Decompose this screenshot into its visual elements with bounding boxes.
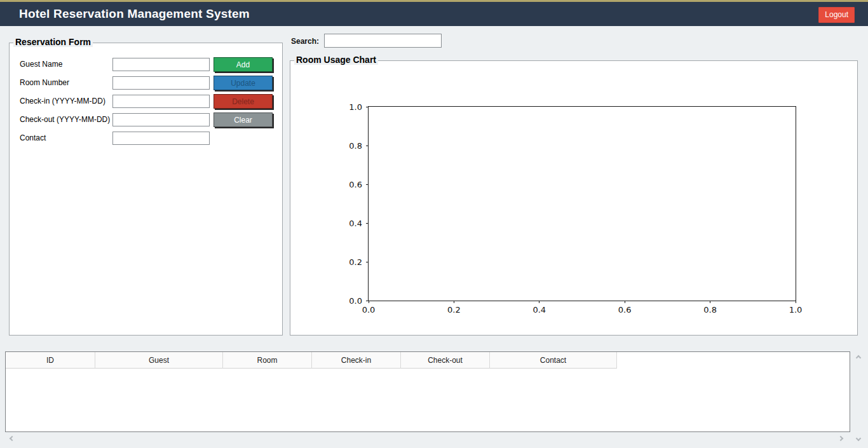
y-tick-label: 0.2 bbox=[349, 257, 362, 267]
scroll-down-icon[interactable] bbox=[855, 435, 862, 442]
column-header-contact[interactable]: Contact bbox=[490, 352, 617, 369]
check-in-label: Check-in (YYYY-MM-DD) bbox=[20, 97, 105, 105]
scroll-right-icon[interactable] bbox=[837, 435, 844, 442]
delete-button[interactable]: Delete bbox=[214, 94, 273, 109]
contact-field[interactable] bbox=[112, 132, 210, 145]
logout-button[interactable]: Logout bbox=[818, 7, 855, 23]
horizontal-scrollbar[interactable] bbox=[5, 433, 848, 444]
guest-name-field[interactable] bbox=[112, 58, 210, 71]
x-tick-label: 0.6 bbox=[618, 305, 632, 315]
y-tick-mark bbox=[366, 262, 369, 262]
clear-button[interactable]: Clear bbox=[214, 112, 273, 127]
y-tick-label: 1.0 bbox=[349, 102, 362, 112]
x-tick-label: 0.8 bbox=[703, 305, 717, 315]
x-tick-label: 0.2 bbox=[447, 305, 461, 315]
y-tick-mark bbox=[366, 184, 369, 185]
app-title: Hotel Reservation Management System bbox=[19, 7, 250, 21]
app-header: Hotel Reservation Management System Logo… bbox=[0, 2, 868, 26]
x-tick-label: 0.0 bbox=[362, 305, 376, 315]
x-tick-mark bbox=[710, 301, 710, 303]
x-tick-label: 1.0 bbox=[789, 305, 803, 315]
room-usage-chart-panel: Room Usage Chart 0.00.20.40.60.81.00.00.… bbox=[290, 60, 858, 336]
check-in-field[interactable] bbox=[112, 95, 210, 108]
x-tick-mark bbox=[625, 301, 625, 303]
y-tick-label: 0.4 bbox=[349, 219, 362, 228]
guest-name-label: Guest Name bbox=[20, 60, 62, 69]
column-header-guest[interactable]: Guest bbox=[95, 352, 223, 369]
add-button[interactable]: Add bbox=[214, 57, 273, 72]
contact-label: Contact bbox=[20, 133, 46, 142]
column-header-check-out[interactable]: Check-out bbox=[401, 352, 490, 369]
y-tick-mark bbox=[366, 223, 369, 224]
table-header-row: ID Guest Room Check-in Check-out Contact bbox=[6, 352, 850, 369]
chart-plot-area: 0.00.20.40.60.81.00.00.20.40.60.81.0 bbox=[368, 106, 796, 301]
x-tick-mark bbox=[796, 301, 796, 303]
search-input[interactable] bbox=[324, 34, 442, 48]
reservation-form-panel: Reservation Form Guest Name Room Number … bbox=[9, 43, 283, 336]
check-out-field[interactable] bbox=[112, 113, 210, 126]
check-out-label: Check-out (YYYY-MM-DD) bbox=[20, 115, 110, 124]
reservations-table: ID Guest Room Check-in Check-out Contact bbox=[5, 351, 850, 432]
y-tick-label: 0.8 bbox=[349, 141, 362, 151]
y-tick-label: 0.6 bbox=[349, 180, 362, 189]
y-tick-label: 0.0 bbox=[349, 296, 362, 306]
room-number-label: Room Number bbox=[20, 78, 69, 87]
vertical-scrollbar[interactable] bbox=[853, 351, 864, 445]
search-label: Search: bbox=[291, 37, 319, 46]
scroll-up-icon[interactable] bbox=[855, 355, 862, 361]
x-tick-label: 0.4 bbox=[532, 305, 546, 315]
column-header-id[interactable]: ID bbox=[6, 352, 95, 369]
x-tick-mark bbox=[369, 301, 369, 303]
reservation-form-title: Reservation Form bbox=[13, 37, 93, 47]
room-number-field[interactable] bbox=[112, 76, 210, 90]
room-usage-chart-title: Room Usage Chart bbox=[294, 55, 378, 65]
scroll-left-icon[interactable] bbox=[9, 435, 15, 442]
x-tick-mark bbox=[454, 301, 454, 303]
x-tick-mark bbox=[539, 301, 539, 303]
update-button[interactable]: Update bbox=[214, 76, 273, 90]
column-header-check-in[interactable]: Check-in bbox=[312, 352, 401, 369]
y-tick-mark bbox=[366, 107, 369, 107]
column-header-room[interactable]: Room bbox=[223, 352, 312, 369]
y-tick-mark bbox=[366, 146, 369, 146]
